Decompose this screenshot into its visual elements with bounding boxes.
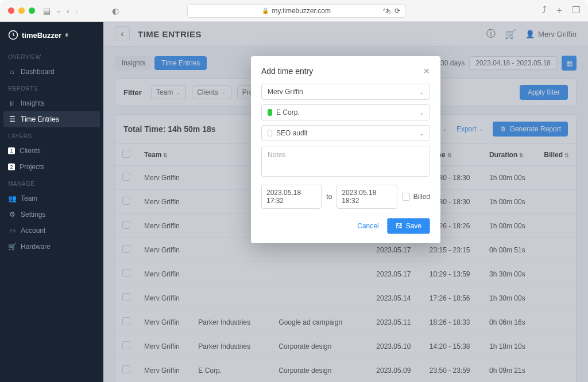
nav-back-icon[interactable]: ‹ [67,6,69,15]
section-overview: OVERVIEW [0,48,103,64]
modal-overlay: Add time entry ✕ Merv Griffin⌄ E Corp.⌄ … [103,22,588,382]
share-icon[interactable]: ⤴ [542,5,547,17]
to-label: to [326,193,332,201]
main: ‹ TIME ENTRIES ⓘ 🛒 👤 Merv Griffin Insigh… [103,22,588,382]
add-time-entry-modal: Add time entry ✕ Merv Griffin⌄ E Corp.⌄ … [251,56,440,243]
from-datetime-input[interactable]: 2023.05.18 17:32 [261,185,322,209]
nav-account[interactable]: ▭Account [0,223,103,239]
nav-team[interactable]: 👥Team [0,190,103,206]
one-icon: 1 [8,147,15,154]
brand-logo[interactable]: timeBuzzer® [0,22,103,48]
brand-name: timeBuzzer [22,31,61,40]
tabs-icon[interactable]: ❐ [572,5,580,17]
close-icon[interactable]: ✕ [423,67,430,76]
notes-input[interactable]: Notes [261,146,430,177]
two-icon: 2 [8,163,15,170]
cancel-button[interactable]: Cancel [357,222,378,230]
chart-icon: ⫼ [8,99,16,107]
nav-clients[interactable]: 1Clients [0,143,103,159]
reader-icon[interactable]: ᴬあ [383,7,391,15]
maximize-window-icon[interactable] [29,7,35,14]
card-icon: ▭ [8,227,16,235]
nav-settings[interactable]: ⚙Settings [0,206,103,223]
home-icon: ⌂ [8,68,16,76]
cart-icon: 🛒 [8,243,16,251]
people-icon: 👥 [8,194,16,202]
minimize-window-icon[interactable] [18,7,25,14]
nav-hardware[interactable]: 🛒Hardware [0,239,103,255]
chevron-down-icon: ⌄ [419,130,424,137]
section-layers: LAYERS [0,127,103,143]
reload-icon[interactable]: ⟳ [394,7,400,15]
modal-title: Add time entry [261,67,313,76]
window-controls [8,7,35,14]
save-icon: 🖫 [396,222,403,230]
section-manage: MANAGE [0,175,103,190]
chevron-down-icon[interactable]: ⌄ [56,7,61,14]
billed-label: Billed [413,193,430,201]
modal-project-select[interactable]: SEO audit⌄ [261,125,430,141]
new-tab-icon[interactable]: ＋ [555,5,564,17]
address-bar[interactable]: 🔒 my.timebuzzer.com ᴬあ⟳ [187,4,405,18]
nav-projects[interactable]: 2Projects [0,159,103,175]
client-color-swatch [268,109,272,116]
to-datetime-input[interactable]: 2023.05.18 18:32 [336,185,397,209]
url-text: my.timebuzzer.com [272,7,330,15]
close-window-icon[interactable] [8,7,14,14]
sidebar: timeBuzzer® OVERVIEW ⌂Dashboard REPORTS … [0,22,103,382]
chevron-down-icon: ⌄ [419,89,424,95]
nav-insights[interactable]: ⫼Insights [0,95,103,111]
save-button[interactable]: 🖫Save [387,218,430,234]
lock-icon: 🔒 [262,7,269,14]
nav-time-entries[interactable]: ☰Time Entries [3,111,100,127]
project-color-swatch [268,130,272,137]
billed-checkbox[interactable] [402,193,410,201]
modal-user-select[interactable]: Merv Griffin⌄ [261,84,430,100]
nav-dashboard[interactable]: ⌂Dashboard [0,64,103,80]
shield-icon[interactable]: ◐ [112,6,119,15]
chevron-down-icon: ⌄ [419,110,424,116]
modal-client-select[interactable]: E Corp.⌄ [261,104,430,120]
section-reports: REPORTS [0,80,103,95]
sidebar-toggle-icon[interactable]: ▤ [43,6,51,15]
list-icon: ☰ [8,115,16,123]
nav-forward-icon[interactable]: › [75,6,78,15]
browser-chrome: ▤ ⌄ ‹ › ◐ 🔒 my.timebuzzer.com ᴬあ⟳ ⤴ ＋ ❐ [0,0,588,22]
gear-icon: ⚙ [8,211,16,219]
